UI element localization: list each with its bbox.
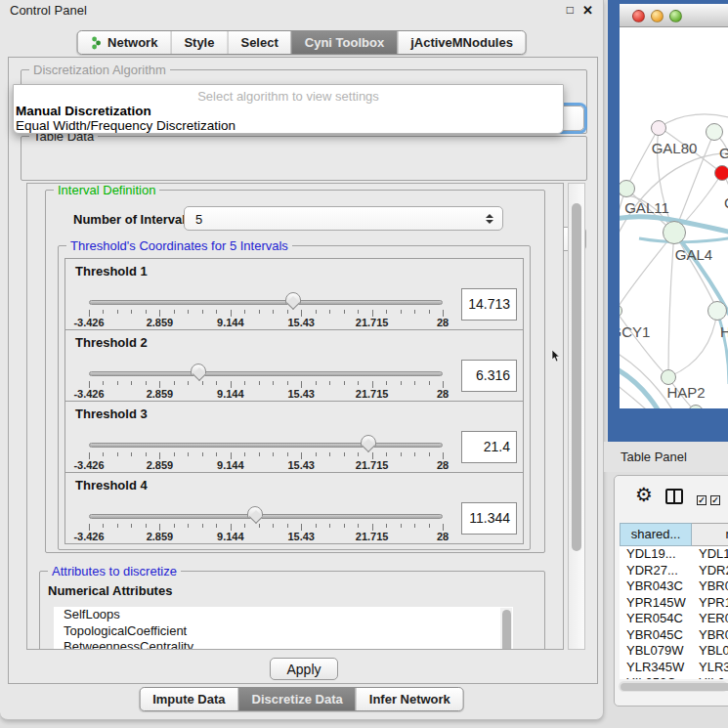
table-row[interactable]: YDR27...YDR2 xyxy=(620,563,728,579)
network-canvas[interactable]: GAL80GAGAL11CGAL4GCY1HHAP2 xyxy=(620,27,728,408)
tab-impute-data[interactable]: Impute Data xyxy=(140,688,237,710)
screen: Control Panel □ ✕ NetworkStyleSelectCyni… xyxy=(0,0,728,728)
node-right-mid[interactable] xyxy=(707,301,727,321)
slider-thumb[interactable] xyxy=(361,435,376,448)
tab-infer-network[interactable]: Infer Network xyxy=(356,688,463,710)
threshold-value-field[interactable]: 11.344 xyxy=(461,502,517,535)
attributes-list-scrollbar[interactable] xyxy=(500,608,512,650)
algorithm-dropdown-popup: Select algorithm to view settings Manual… xyxy=(13,84,564,134)
threshold-value-field[interactable]: 21.4 xyxy=(461,431,517,463)
attribute-list-item[interactable]: BetweennessCentrality xyxy=(54,639,513,650)
tick-label: 21.715 xyxy=(356,459,389,471)
close-window-icon[interactable]: ✕ xyxy=(582,3,593,18)
tick-label: -3.426 xyxy=(73,388,104,400)
table-panel-title: Table Panel xyxy=(621,450,687,464)
settings-scrollbar[interactable] xyxy=(568,183,585,650)
slider-track[interactable] xyxy=(89,371,443,376)
interval-definition-group: Interval Definition Number of Intervals … xyxy=(45,190,545,553)
numerical-attributes-label: Numerical Attributes xyxy=(48,583,172,598)
table-row[interactable]: YBR043CYBR0 xyxy=(620,578,728,595)
close-traffic-light-icon[interactable] xyxy=(632,10,645,22)
column-header-1[interactable]: shared... xyxy=(620,523,692,546)
checkbox-icon[interactable]: ✓ xyxy=(697,495,707,505)
tab-style[interactable]: Style xyxy=(170,31,227,54)
threshold-slider[interactable]: -3.4262.8599.14415.4321.71528 xyxy=(89,330,443,403)
threshold-value-field[interactable]: 6.316 xyxy=(461,360,517,392)
tick-label: 15.43 xyxy=(287,531,315,542)
spinner-arrows-icon xyxy=(486,214,493,224)
slider-track[interactable] xyxy=(89,300,443,305)
control-panel-tabs: NetworkStyleSelectCyni ToolboxjActiveMNo… xyxy=(76,30,527,55)
tick-label: 28 xyxy=(437,317,449,328)
node-label: GA xyxy=(719,145,728,161)
node-label: GAL80 xyxy=(652,140,698,156)
table-horizontal-scrollbar[interactable] xyxy=(619,681,728,692)
tick-label: 28 xyxy=(437,459,449,471)
tick-label: 2.859 xyxy=(147,317,174,328)
numerical-attributes-list[interactable]: SelfLoopsTopologicalCoefficientBetweenne… xyxy=(54,607,513,650)
cyni-mode-tabs: Impute DataDiscretize DataInfer Network xyxy=(139,687,464,711)
tab-select[interactable]: Select xyxy=(227,31,290,54)
table-row[interactable]: YLR345WYLR3 xyxy=(620,660,728,676)
node-gal4[interactable] xyxy=(663,221,686,244)
minimize-traffic-light-icon[interactable] xyxy=(651,10,664,22)
scrollbar-thumb[interactable] xyxy=(502,610,511,650)
table-cell: YIL0 xyxy=(692,675,728,679)
threshold-slider[interactable]: -3.4262.8599.14415.4321.71528 xyxy=(89,402,443,474)
zoom-traffic-light-icon[interactable] xyxy=(669,10,682,22)
node-top-right[interactable] xyxy=(706,123,723,141)
table-panel-window: ⚙ ✓ ✓ shared...n...YDL19...YDL1YDR27...Y… xyxy=(614,475,728,707)
threshold-value-field[interactable]: 14.713 xyxy=(461,288,517,321)
tick-label: 2.859 xyxy=(147,459,174,471)
table-cell: YER054C xyxy=(620,611,692,627)
tab-network[interactable]: Network xyxy=(77,31,170,54)
gear-icon[interactable]: ⚙ xyxy=(635,483,653,506)
scrollbar-thumb[interactable] xyxy=(621,683,728,691)
tab-cyni-toolbox[interactable]: Cyni Toolbox xyxy=(291,31,397,54)
float-window-icon[interactable]: □ xyxy=(567,3,574,17)
tab-discretize-data[interactable]: Discretize Data xyxy=(238,688,356,710)
tick-label: 9.144 xyxy=(217,388,244,400)
tick-label: 2.859 xyxy=(147,388,174,400)
slider-track[interactable] xyxy=(89,514,443,519)
attribute-list-item[interactable]: TopologicalCoefficient xyxy=(54,623,513,640)
scrollbar-thumb[interactable] xyxy=(572,203,581,551)
table-row[interactable]: YIL052CYIL0 xyxy=(620,675,728,679)
tick-label: 15.43 xyxy=(287,459,315,471)
slider-track[interactable] xyxy=(89,443,443,448)
threshold-coordinates-group: Threshold's Coordinates for 5 Intervals … xyxy=(58,245,531,550)
node-red-selected[interactable] xyxy=(714,165,728,181)
checkbox-icon[interactable]: ✓ xyxy=(710,495,720,505)
node-label: H xyxy=(720,323,728,340)
table-cell: YBR0 xyxy=(692,578,728,595)
attribute-list-item[interactable]: SelfLoops xyxy=(54,607,513,623)
tick-label: 9.144 xyxy=(217,317,244,328)
dropdown-option-manual-discretization[interactable]: Manual Discretization xyxy=(16,104,151,118)
column-layout-icon[interactable] xyxy=(665,489,683,504)
dropdown-option-equal-width-frequency-discretization[interactable]: Equal Width/Frequency Discretization xyxy=(16,118,236,133)
mouse-cursor xyxy=(551,350,562,363)
table-row[interactable]: YPR145WYPR1 xyxy=(620,595,728,612)
number-of-intervals-select[interactable]: 5 xyxy=(184,206,503,231)
table-cell: YLR345W xyxy=(620,660,692,676)
table-row[interactable]: YER054CYER0 xyxy=(620,611,728,627)
table-cell: YDL19... xyxy=(620,546,692,563)
threshold-slider[interactable]: -3.4262.8599.14415.4321.71528 xyxy=(89,473,443,545)
table-cell: YPR1 xyxy=(692,595,728,612)
node-gal80[interactable] xyxy=(651,120,666,136)
table-row[interactable]: YBR045CYBR0 xyxy=(620,627,728,644)
table-cell: YPR145W xyxy=(620,595,692,612)
tab-jactivemnodules[interactable]: jActiveMNodules xyxy=(397,31,526,54)
table-row[interactable]: YBL079WYBL0 xyxy=(620,643,728,660)
apply-button[interactable]: Apply xyxy=(270,658,338,680)
column-header-2[interactable]: n... xyxy=(692,523,728,546)
tick-label: 9.144 xyxy=(217,459,244,471)
slider-thumb[interactable] xyxy=(191,364,206,376)
threshold-slider[interactable]: -3.4262.8599.14415.4321.71528 xyxy=(89,259,443,331)
node-label: HAP2 xyxy=(666,384,705,401)
slider-thumb[interactable] xyxy=(247,506,263,519)
tab-label: Network xyxy=(107,35,157,50)
table-row[interactable]: YDL19...YDL1 xyxy=(620,546,728,563)
table-cell: YBR0 xyxy=(692,627,728,644)
slider-thumb[interactable] xyxy=(285,292,301,305)
